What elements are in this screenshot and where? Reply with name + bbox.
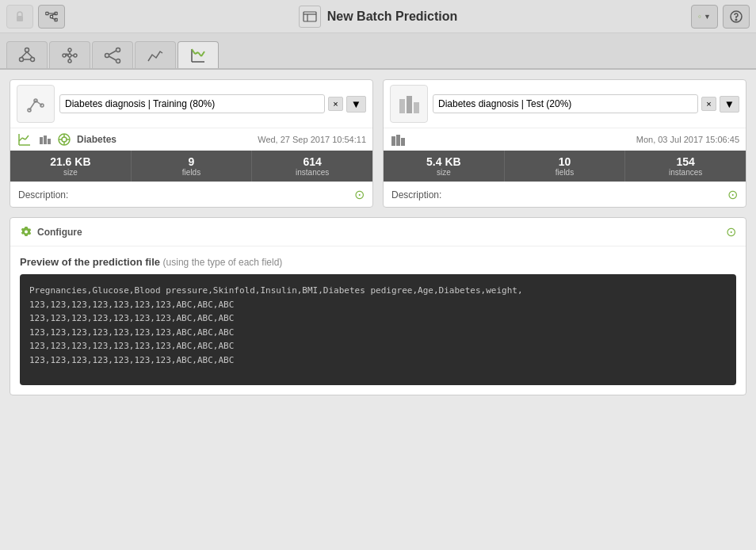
svg-rect-60: [399, 99, 405, 113]
top-bar-left: [6, 5, 65, 29]
right-panel: × ▼ Mon, 03 Jul 2017 15:06:45 5.4 KB siz…: [383, 79, 746, 208]
preview-subtitle: (using the type of each field): [163, 257, 283, 268]
configure-title: Configure: [20, 226, 82, 239]
right-dropdown-button[interactable]: ▼: [720, 96, 739, 113]
svg-rect-53: [48, 139, 51, 144]
svg-rect-64: [396, 135, 400, 146]
svg-marker-11: [701, 15, 701, 16]
svg-line-40: [201, 52, 204, 56]
left-panel-header: × ▼: [10, 80, 372, 128]
left-stat-size: 21.6 KB size: [10, 151, 132, 181]
svg-line-34: [109, 56, 116, 60]
svg-point-23: [68, 59, 71, 63]
svg-point-24: [68, 54, 71, 57]
left-dataset-select: × ▼: [59, 94, 366, 113]
left-stats: 21.6 KB size 9 fields 614 instances: [10, 151, 372, 181]
left-dataset-input[interactable]: [59, 94, 325, 113]
tab-network[interactable]: [49, 41, 90, 68]
svg-point-30: [116, 48, 120, 52]
top-bar: New Batch Prediction ▼: [0, 0, 756, 33]
configure-header: Configure ⊙: [10, 218, 746, 246]
svg-point-15: [20, 57, 24, 61]
svg-point-66: [25, 230, 28, 233]
svg-rect-1: [46, 12, 48, 14]
svg-line-29: [66, 54, 69, 55]
right-dataset-input[interactable]: [433, 94, 698, 113]
workflow-button[interactable]: [38, 5, 65, 29]
svg-point-14: [25, 48, 29, 52]
svg-line-17: [21, 52, 27, 57]
svg-point-55: [62, 137, 67, 142]
svg-rect-8: [304, 12, 316, 21]
left-stat-instances: 614 instances: [252, 151, 372, 181]
help-button[interactable]: [723, 5, 750, 29]
lock-button[interactable]: [6, 5, 33, 29]
svg-rect-62: [414, 102, 419, 113]
panels-row: × ▼: [10, 79, 746, 208]
tab-scatter[interactable]: [178, 41, 219, 68]
svg-rect-0: [17, 16, 23, 21]
right-stat-instances: 154 instances: [625, 151, 746, 181]
svg-point-13: [735, 19, 737, 21]
tab-bar: [0, 33, 756, 70]
left-panel-info: Diabetes Wed, 27 Sep 2017 10:54:11: [10, 128, 372, 151]
right-stat-size: 5.4 KB size: [384, 151, 505, 181]
left-date: Wed, 27 Sep 2017 10:54:11: [258, 135, 366, 144]
svg-rect-65: [401, 138, 405, 146]
svg-point-22: [74, 54, 77, 57]
right-stats: 5.4 KB size 10 fields 154 instances: [384, 151, 746, 181]
left-description: Description: ⊙: [10, 181, 372, 207]
tab-nodes[interactable]: [6, 41, 48, 68]
top-bar-right: ▼: [691, 5, 750, 29]
refresh-button[interactable]: ▼: [691, 5, 718, 29]
left-panel: × ▼: [10, 79, 373, 208]
svg-line-18: [27, 52, 32, 57]
svg-rect-2: [50, 15, 52, 17]
svg-line-49: [22, 138, 25, 139]
configure-section: Configure ⊙ Preview of the prediction fi…: [10, 217, 746, 395]
svg-rect-63: [391, 136, 395, 146]
left-stat-fields: 9 fields: [132, 151, 253, 181]
right-clear-button[interactable]: ×: [701, 97, 716, 111]
svg-rect-51: [40, 137, 43, 144]
svg-point-21: [63, 54, 66, 57]
left-description-toggle[interactable]: ⊙: [354, 187, 365, 202]
page-icon: [299, 6, 321, 28]
right-dataset-select: × ▼: [433, 94, 739, 113]
tab-line[interactable]: [135, 41, 176, 68]
right-description: Description: ⊙: [384, 181, 746, 207]
main-content: × ▼: [0, 70, 756, 550]
svg-line-50: [25, 136, 29, 139]
svg-point-20: [68, 48, 71, 52]
svg-rect-52: [44, 136, 47, 144]
right-panel-icon: [390, 85, 428, 123]
page-title-area: New Batch Prediction: [299, 6, 457, 28]
preview-section: Preview of the prediction file (using th…: [10, 246, 746, 395]
svg-line-38: [195, 52, 198, 54]
preview-title: Preview of the prediction file (using th…: [20, 256, 736, 268]
tab-share[interactable]: [92, 41, 133, 68]
left-clear-button[interactable]: ×: [328, 97, 342, 111]
left-panel-icon: [17, 85, 55, 123]
left-dropdown-button[interactable]: ▼: [346, 96, 366, 113]
page-title: New Batch Prediction: [327, 10, 457, 24]
svg-point-32: [116, 59, 120, 63]
svg-line-33: [109, 51, 116, 55]
svg-point-31: [105, 53, 109, 57]
right-panel-info: Mon, 03 Jul 2017 15:06:45: [384, 128, 746, 151]
right-description-toggle[interactable]: ⊙: [727, 187, 738, 202]
svg-rect-61: [407, 96, 412, 113]
configure-toggle[interactable]: ⊙: [726, 224, 736, 239]
right-stat-fields: 10 fields: [505, 151, 626, 181]
preview-code: Pregnancies,Glucose,Blood pressure,Skinf…: [20, 274, 736, 385]
right-panel-header: × ▼: [384, 80, 746, 128]
svg-point-16: [31, 57, 35, 61]
left-model-name: Diabetes: [77, 134, 116, 145]
right-date: Mon, 03 Jul 2017 15:06:45: [636, 135, 739, 144]
